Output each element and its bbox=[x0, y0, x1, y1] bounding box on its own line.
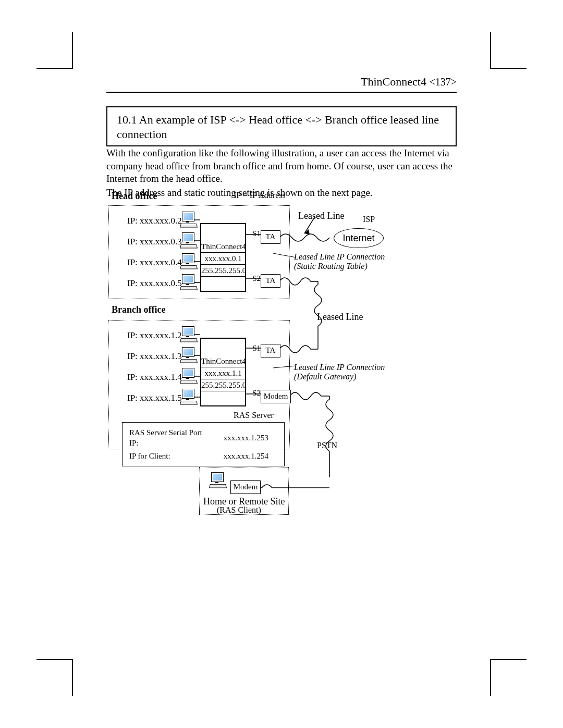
router-name: ThinConnect4 bbox=[201, 355, 245, 367]
port-s1: S1 bbox=[246, 344, 261, 353]
port-s1: S1 bbox=[246, 229, 261, 238]
internet-cloud: Internet bbox=[334, 228, 384, 248]
pc-row: IP: xxx.xxx.1.2 bbox=[113, 326, 196, 345]
page-header: ThinConnect4 <137> bbox=[106, 75, 457, 93]
pc-ip: IP: xxx.xxx.0.3 bbox=[127, 237, 182, 247]
pc-ip: IP: xxx.xxx.0.5 bbox=[127, 278, 182, 289]
port-s2: S2 bbox=[246, 389, 261, 398]
leased-line-label: Leased Line bbox=[317, 312, 363, 323]
pc-ip: IP: xxx.xxx.1.5 bbox=[127, 393, 182, 403]
crop-mark bbox=[490, 659, 527, 660]
thinconnect4-router: ThinConnect4 xxx.xxx.1.1 255.255.255.0 S… bbox=[200, 338, 246, 406]
pc-row: IP: xxx.xxx.0.5 bbox=[113, 274, 196, 293]
pstn-label: PSTN bbox=[317, 441, 337, 450]
pc-icon bbox=[210, 472, 225, 488]
pc-ip: IP: xxx.xxx.1.3 bbox=[127, 351, 182, 362]
pc-row: IP: xxx.xxx.1.5 bbox=[113, 389, 196, 408]
pc-icon bbox=[180, 274, 196, 290]
ras-client-label: IP for Client: bbox=[129, 450, 222, 462]
router-mask: 255.255.255.0 bbox=[201, 265, 245, 277]
ras-client-value: xxx.xxx.1.254 bbox=[223, 450, 278, 462]
crop-mark bbox=[72, 659, 73, 696]
router-ip: xxx.xxx.1.1 bbox=[201, 367, 245, 379]
ip-legend: IP = IP Address bbox=[234, 191, 286, 200]
pc-icon bbox=[180, 232, 196, 248]
pc-icon bbox=[180, 347, 196, 363]
ras-info-box: RAS Server Serial Port IP:xxx.xxx.1.253 … bbox=[122, 422, 285, 466]
pc-ip: IP: xxx.xxx.1.2 bbox=[127, 330, 182, 341]
pc-icon bbox=[180, 326, 196, 342]
head-office-title: Head office bbox=[112, 191, 157, 202]
ras-ip-value: xxx.xxx.1.253 bbox=[223, 427, 278, 449]
pc-row: IP: xxx.xxx.0.3 bbox=[113, 232, 196, 251]
crop-mark bbox=[490, 68, 527, 69]
page-number: <137> bbox=[429, 76, 457, 88]
note: Leased Line IP Connection bbox=[294, 252, 385, 262]
pc-row: IP: xxx.xxx.0.4 bbox=[113, 253, 196, 272]
modem-box: Modem bbox=[261, 390, 291, 403]
router-name: ThinConnect4 bbox=[201, 241, 245, 253]
pc-row: IP: xxx.xxx.1.4 bbox=[113, 368, 196, 387]
remote-sub: (RAS Client) bbox=[217, 505, 261, 515]
ras-ip-label: RAS Server Serial Port IP: bbox=[129, 427, 222, 449]
crop-mark bbox=[490, 32, 491, 69]
crop-mark bbox=[490, 659, 491, 696]
pc-ip: IP: xxx.xxx.1.4 bbox=[127, 372, 182, 382]
leased-line-label: Leased Line bbox=[298, 211, 344, 221]
pc-icon bbox=[180, 212, 196, 227]
modem-box: Modem bbox=[230, 480, 261, 494]
router-mask: 255.255.255.0 bbox=[201, 379, 245, 391]
note: (Default Gateway) bbox=[294, 372, 357, 381]
ta-box: TA bbox=[261, 344, 280, 357]
svg-marker-7 bbox=[304, 229, 310, 235]
crop-mark bbox=[72, 32, 73, 69]
router-ip: xxx.xxx.0.1 bbox=[201, 253, 245, 265]
section-title: 10.1 An example of ISP <-> Head office <… bbox=[106, 106, 457, 146]
network-diagram: Head office IP = IP Address IP: xxx.xxx.… bbox=[106, 191, 461, 524]
note: Leased Line IP Connection bbox=[294, 363, 385, 372]
pc-icon bbox=[180, 368, 196, 384]
crop-mark bbox=[36, 68, 73, 69]
ta-box: TA bbox=[261, 274, 280, 288]
pc-row: IP: xxx.xxx.1.3 bbox=[113, 347, 196, 366]
thinconnect4-router: ThinConnect4 xxx.xxx.0.1 255.255.255.0 S… bbox=[200, 223, 246, 292]
remote-pc bbox=[210, 472, 225, 490]
crop-mark bbox=[36, 659, 73, 660]
branch-office-title: Branch office bbox=[112, 304, 165, 315]
isp-label: ISP bbox=[363, 215, 375, 224]
port-s2: S2 bbox=[246, 274, 261, 283]
note: (Static Routing Table) bbox=[294, 262, 368, 271]
pc-icon bbox=[180, 389, 196, 404]
paragraph: With the configuration like the followin… bbox=[106, 147, 457, 186]
pc-icon bbox=[180, 253, 196, 269]
pc-row: IP: xxx.xxx.0.2 bbox=[113, 212, 196, 230]
ras-server-label: RAS Server bbox=[234, 411, 274, 420]
pc-ip: IP: xxx.xxx.0.2 bbox=[127, 216, 182, 226]
product-name: ThinConnect4 bbox=[361, 75, 426, 88]
pc-ip: IP: xxx.xxx.0.4 bbox=[127, 257, 182, 268]
ta-box: TA bbox=[261, 230, 280, 244]
